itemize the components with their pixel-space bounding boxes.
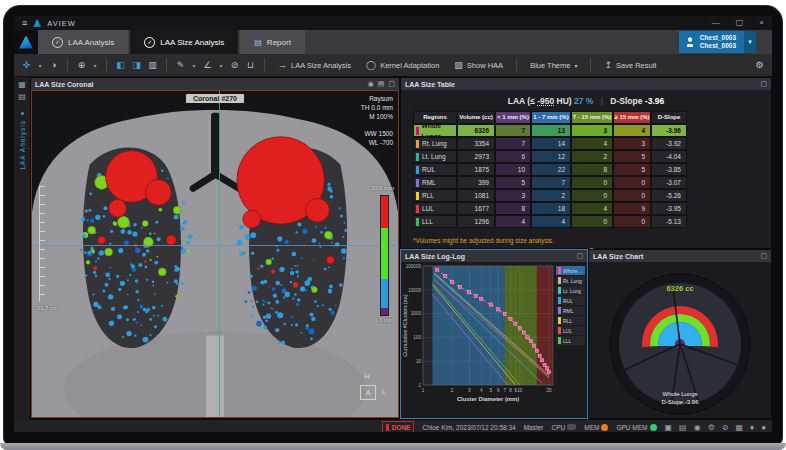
region-color-chip [416, 205, 419, 213]
tab-laa-size-analysis[interactable]: ✓ LAA Size Analysis [130, 30, 238, 54]
theme-select[interactable]: Blue Theme ▾ [524, 57, 583, 73]
table-row-lt-lung[interactable]: Lt. Lung297361225-4.04 [413, 150, 687, 163]
patient-dropdown-icon[interactable]: ▾ [744, 31, 756, 53]
snapshot-icon[interactable]: ◉ [368, 80, 374, 88]
legend-item-rll[interactable]: RLL [556, 316, 585, 325]
table-row-whole-lungs[interactable]: Whole Lungs632671334-3.96 [413, 124, 687, 137]
laa-size-analysis-button[interactable]: → LAA Size Analysis [272, 57, 357, 73]
table-cell: 6 [495, 150, 531, 163]
layout-compare-button[interactable]: ◧ [114, 57, 127, 73]
monitor-icon[interactable]: ▦ [736, 423, 744, 432]
table-row-rul[interactable]: RUL1875102285-3.85 [413, 163, 687, 176]
pan-tool-caret-icon[interactable]: ▾ [36, 57, 44, 73]
pencil-caret-icon[interactable]: ▾ [190, 57, 198, 73]
show-haa-button[interactable]: ▨ Show HAA [448, 57, 509, 73]
table-row-lll[interactable]: LLL12964400-5.13 [413, 215, 687, 228]
region-name: LLL [422, 216, 433, 227]
kernel-adaptation-button[interactable]: ◯ Kernel Adaptation [360, 57, 445, 73]
delete-measure-button[interactable]: ⊔ [244, 57, 257, 73]
maximize-panel-icon[interactable]: ▢ [760, 252, 767, 260]
table-cell: -5.26 [651, 189, 687, 202]
menu-icon[interactable]: ≡ [22, 16, 27, 30]
column-header[interactable]: D-Slope [651, 111, 687, 124]
table-row-rt-lung[interactable]: Rt. Lung335471443-3.92 [413, 137, 687, 150]
bell-icon[interactable]: ♦ [750, 423, 754, 432]
pencil-tool-button[interactable]: ✎ [174, 57, 187, 73]
region-color-chip [416, 127, 419, 135]
legend-item-rul[interactable]: RUL [556, 296, 585, 305]
table-cell: 5 [495, 176, 531, 189]
table-cell: 6326 [457, 124, 495, 137]
tab-bar: ✓ LAA Analysis ✓ LAA Size Analysis ▤ Rep… [14, 30, 772, 54]
crosshair-caret-icon[interactable]: ▾ [91, 57, 99, 73]
legend-label: Rt. Lung [563, 278, 582, 284]
ct-image[interactable] [32, 91, 398, 417]
gauge-chart[interactable]: 6326 cc Whole Lungs D-Slope -3.96 [589, 262, 771, 418]
region-name: Rt. Lung [422, 138, 447, 149]
save-result-button[interactable]: ↥ Save Result [598, 57, 662, 73]
close-button[interactable]: × [759, 16, 764, 30]
hu-threshold[interactable]: -950 [537, 96, 554, 106]
display-settings-button[interactable]: ⚙ [753, 57, 766, 73]
gauge-total-volume: 6326 cc [589, 284, 771, 293]
region-name: RUL [422, 164, 435, 175]
layout-overlay-button[interactable]: ▥ [146, 57, 159, 73]
info-icon[interactable]: ◉ [694, 423, 701, 432]
table-row-rml[interactable]: RML3995700-3.07 [413, 176, 687, 189]
column-header[interactable]: 7 - 15 mm (%) [571, 111, 613, 124]
legend-item-rml[interactable]: RML [556, 306, 585, 315]
crosshair-button[interactable]: ⊕ [75, 57, 88, 73]
coronal-viewport[interactable]: Coronal #270 Raysum TH 0.0 mm M 100% WW … [31, 90, 399, 418]
copy-icon[interactable]: ▤ [378, 80, 385, 88]
legend-item-lul[interactable]: LUL [556, 326, 585, 335]
crosshair-vertical-line[interactable] [219, 91, 220, 417]
pan-tool-button[interactable]: ✜ [20, 57, 33, 73]
region-color-chip [416, 166, 419, 174]
column-header[interactable]: ≥ 15 mm (%) [613, 111, 651, 124]
tab-laa-analysis[interactable]: ✓ LAA Analysis [38, 30, 128, 54]
settings-icon[interactable]: ⚙ [708, 423, 715, 432]
rail-vertical-label[interactable]: LAA Analysis [19, 120, 26, 170]
table-row-lul[interactable]: LUL167781849-3.95 [413, 202, 687, 215]
patient-selector[interactable]: Chest_0003 Chest_0003 ▾ [679, 31, 756, 53]
loglog-chart[interactable]: 1101001000100001000001234567891020Cluste… [401, 262, 557, 418]
panel-title: LAA Size Chart [593, 253, 643, 260]
maximize-button[interactable]: ▢ [736, 16, 744, 30]
angle-tool-button[interactable]: ∠ [201, 57, 214, 73]
maximize-panel-icon[interactable]: ▢ [388, 80, 395, 88]
mem-status: MEM [584, 424, 608, 431]
user-icon[interactable]: ● [761, 423, 766, 432]
laa-size-chart-panel: LAA Size Chart ▢ 6326 cc Whole Lungs D-S… [588, 249, 772, 419]
legend-item-whole-lungs[interactable]: Whole Lungs [556, 266, 585, 275]
layout-grid-icon[interactable]: ▦ [18, 80, 26, 89]
disable-icon[interactable]: ⊘ [722, 423, 729, 432]
crosshair-horizontal-line[interactable] [32, 245, 398, 246]
window-level-button[interactable]: ◑ [47, 57, 60, 73]
layout-list-icon[interactable]: ▤ [18, 92, 26, 101]
maximize-panel-icon[interactable]: ▢ [576, 252, 583, 260]
minimize-button[interactable]: — [712, 16, 720, 30]
clipboard-icon[interactable]: ▤ [679, 423, 687, 432]
layout-sync-button[interactable]: ◨ [130, 57, 143, 73]
column-header[interactable]: < 1 mm (%) [495, 111, 531, 124]
svg-text:Cumulative #Clusters (ea): Cumulative #Clusters (ea) [402, 294, 408, 357]
maximize-panel-icon[interactable]: ▢ [760, 80, 767, 88]
hide-measure-button[interactable]: ⊘ [228, 57, 241, 73]
column-header[interactable]: Volume (cc) [457, 111, 495, 124]
legend-item-lll[interactable]: LLL [556, 336, 585, 345]
tab-report[interactable]: ▤ Report [240, 30, 305, 54]
table-cell: 7 [531, 176, 571, 189]
table-cell: 7 [495, 124, 531, 137]
aview-logo[interactable] [14, 30, 38, 54]
table-row-rll[interactable]: RLL10813200-5.26 [413, 189, 687, 202]
legend-item-lt-lung[interactable]: Lt. Lung [556, 286, 585, 295]
legend-item-rt-lung[interactable]: Rt. Lung [556, 276, 585, 285]
column-header[interactable]: 1 - 7 mm (%) [531, 111, 571, 124]
table-cell: 4 [495, 215, 531, 228]
angle-caret-icon[interactable]: ▾ [217, 57, 225, 73]
active-dot-icon [21, 112, 24, 115]
table-cell: 0 [571, 189, 613, 202]
image-icon[interactable]: ▣ [665, 423, 673, 432]
main-area: ▦ ▤ LAA Analysis LAA Size Coronal ◉ ▤ ▢ [14, 77, 772, 419]
show-haa-icon: ▨ [454, 60, 463, 70]
